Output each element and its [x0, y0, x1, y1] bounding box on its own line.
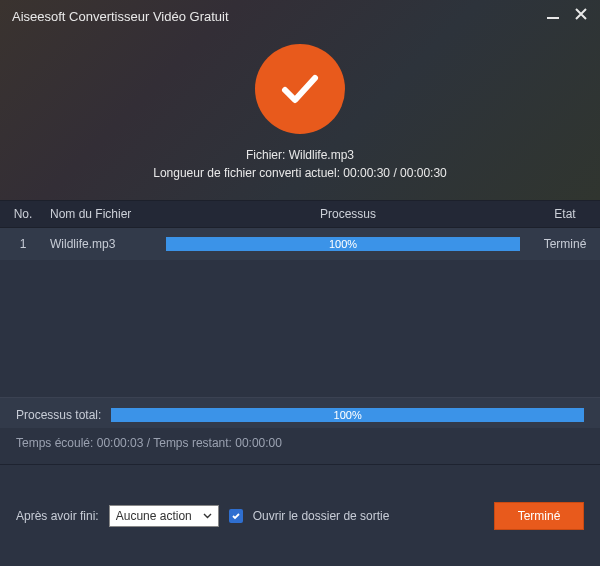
row-progress-cell: 100% — [166, 237, 530, 251]
total-progress-text: 100% — [334, 409, 362, 421]
total-progress-section: Processus total: 100% — [0, 398, 600, 428]
col-header-etat: Etat — [530, 207, 600, 221]
total-progress-label: Processus total: — [16, 408, 101, 422]
current-file-label: Fichier: Wildlife.mp3 — [246, 148, 354, 162]
svg-rect-0 — [547, 17, 559, 19]
open-folder-checkbox[interactable] — [229, 509, 243, 523]
row-status: Terminé — [530, 237, 600, 251]
done-button-label: Terminé — [518, 509, 561, 523]
row-no: 1 — [0, 237, 46, 251]
after-finish-label: Après avoir fini: — [16, 509, 99, 523]
window-controls — [546, 7, 588, 25]
select-value: Aucune action — [116, 509, 192, 523]
minimize-icon[interactable] — [546, 7, 560, 25]
success-icon — [255, 44, 345, 134]
table-row: 1 Wildlife.mp3 100% Terminé — [0, 228, 600, 260]
col-header-process: Processus — [166, 207, 530, 221]
open-folder-label: Ouvrir le dossier de sortie — [253, 509, 390, 523]
total-progress-bar: 100% — [111, 408, 584, 422]
col-header-name: Nom du Fichier — [46, 207, 166, 221]
footer: Après avoir fini: Aucune action Ouvrir l… — [0, 465, 600, 566]
times-label: Temps écoulé: 00:00:03 / Temps restant: … — [0, 428, 600, 465]
file-length-label: Longueur de fichier converti actuel: 00:… — [153, 166, 447, 180]
app-title: Aiseesoft Convertisseur Vidéo Gratuit — [12, 9, 229, 24]
close-icon[interactable] — [574, 7, 588, 25]
done-button[interactable]: Terminé — [494, 502, 584, 530]
table-body: 1 Wildlife.mp3 100% Terminé — [0, 228, 600, 398]
row-filename: Wildlife.mp3 — [46, 237, 166, 251]
titlebar: Aiseesoft Convertisseur Vidéo Gratuit — [0, 0, 600, 32]
app-window: Aiseesoft Convertisseur Vidéo Gratuit Fi… — [0, 0, 600, 566]
after-finish-select[interactable]: Aucune action — [109, 505, 219, 527]
row-progress-text: 100% — [329, 238, 357, 250]
table-header: No. Nom du Fichier Processus Etat — [0, 200, 600, 228]
row-progress-bar: 100% — [166, 237, 520, 251]
col-header-no: No. — [0, 207, 46, 221]
header: Aiseesoft Convertisseur Vidéo Gratuit Fi… — [0, 0, 600, 200]
chevron-down-icon — [203, 509, 212, 523]
